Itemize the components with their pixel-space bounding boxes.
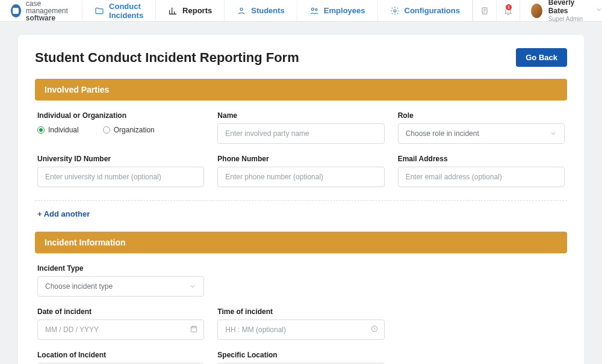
field-email: Email Address: [398, 155, 565, 187]
nav-label: Students: [251, 6, 285, 15]
page-title: Student Conduct Incident Reporting Form: [35, 50, 299, 66]
section-incident-info-header: Incident Information: [35, 232, 567, 253]
clipboard-button[interactable]: [473, 0, 496, 21]
topbar: case management software Conduct Inciden…: [0, 0, 602, 22]
field-incident-type: Incident Type Choose incident type: [37, 264, 204, 297]
label-time: Time of incident: [217, 307, 384, 316]
brand-icon: [11, 4, 21, 17]
brand-logo[interactable]: case management software: [0, 0, 82, 21]
field-date: Date of incident: [37, 307, 204, 340]
nav-label: Conduct Incidents: [109, 2, 143, 20]
gear-icon: [390, 6, 400, 16]
role-select-placeholder: Choose role in incident: [406, 129, 479, 138]
brand-text: case management software: [26, 0, 71, 22]
label-phone: Phone Number: [217, 155, 384, 163]
field-time: Time of incident: [217, 307, 384, 340]
nav-reports[interactable]: Reports: [156, 0, 225, 21]
student-icon: [237, 6, 246, 16]
nav-label: Employees: [324, 6, 365, 15]
incident-type-placeholder: Choose incident type: [45, 282, 113, 291]
svg-point-2: [315, 8, 317, 10]
label-name: Name: [217, 111, 384, 120]
svg-point-1: [311, 8, 314, 10]
label-date: Date of incident: [37, 307, 204, 316]
field-role: Role Choose role in incident: [398, 111, 565, 144]
label-incident-type: Incident Type: [37, 264, 204, 273]
radio-dot-icon: [103, 126, 110, 134]
role-select[interactable]: Choose role in incident: [398, 123, 565, 144]
clock-icon: [370, 325, 379, 335]
field-phone: Phone Number: [217, 155, 384, 187]
label-email: Email Address: [398, 155, 565, 163]
field-location: Location of Incident Please select a loc…: [37, 351, 204, 364]
main-nav: Conduct Incidents Reports Students Emplo…: [82, 0, 473, 21]
nav-label: Configurations: [405, 6, 460, 15]
chevron-down-icon: [595, 6, 602, 15]
svg-point-3: [394, 10, 396, 12]
field-name: Name: [217, 111, 384, 144]
user-menu[interactable]: Beverly Bates Super Admin: [520, 0, 602, 21]
radio-organization[interactable]: Organization: [103, 126, 155, 134]
divider: [35, 200, 567, 201]
radio-dot-icon: [37, 126, 45, 134]
nav-students[interactable]: Students: [225, 0, 297, 21]
notification-badge: 1: [506, 4, 512, 10]
section-involved-parties-header: Involved Parties: [35, 79, 567, 100]
label-uid: University ID Number: [37, 155, 204, 163]
brand-line1: case management: [26, 0, 71, 14]
field-individual-or-org: Individual or Organization Individual Or…: [37, 111, 204, 144]
add-another-link[interactable]: + Add another: [35, 209, 567, 218]
topbar-right: 1 Beverly Bates Super Admin: [473, 0, 602, 21]
nav-label: Reports: [182, 6, 212, 15]
radio-organization-label: Organization: [114, 126, 155, 134]
chart-icon: [168, 6, 178, 16]
calendar-icon: [190, 325, 198, 335]
label-location: Location of Incident: [37, 351, 204, 359]
email-input[interactable]: [398, 167, 565, 187]
phone-input[interactable]: [217, 167, 384, 187]
avatar: [531, 4, 542, 18]
radio-individual[interactable]: Individual: [37, 126, 79, 134]
chevron-down-icon: [189, 283, 196, 290]
incident-info-grid: Incident Type Choose incident type Date …: [35, 264, 567, 364]
field-specific-location: Specific Location Enter specific locatio…: [217, 351, 384, 364]
user-role: Super Admin: [548, 16, 586, 23]
go-back-button[interactable]: Go Back: [516, 48, 567, 67]
svg-rect-5: [191, 326, 197, 332]
folder-icon: [95, 6, 104, 16]
notifications-button[interactable]: 1: [496, 0, 520, 21]
nav-employees[interactable]: Employees: [297, 0, 378, 21]
employee-icon: [309, 6, 319, 16]
incident-type-select[interactable]: Choose incident type: [37, 276, 204, 297]
name-input[interactable]: [217, 123, 384, 144]
nav-configurations[interactable]: Configurations: [378, 0, 473, 21]
label-individual-or-org: Individual or Organization: [37, 111, 204, 120]
date-input[interactable]: [37, 319, 204, 340]
label-role: Role: [398, 111, 565, 120]
page-header: Student Conduct Incident Reporting Form …: [35, 48, 567, 67]
field-uid: University ID Number: [37, 155, 204, 187]
label-specific-location: Specific Location: [217, 351, 384, 359]
radio-individual-label: Individual: [48, 126, 79, 134]
user-name: Beverly Bates: [548, 0, 586, 16]
uid-input[interactable]: [37, 167, 204, 187]
brand-line2: software: [26, 14, 71, 22]
radio-group-type: Individual Organization: [37, 123, 204, 134]
nav-conduct-incidents[interactable]: Conduct Incidents: [82, 0, 156, 21]
svg-point-0: [240, 8, 243, 10]
page-card: Student Conduct Incident Reporting Form …: [18, 35, 584, 364]
involved-parties-grid: Individual or Organization Individual Or…: [35, 111, 567, 187]
time-input[interactable]: [217, 319, 384, 340]
chevron-down-icon: [550, 130, 557, 137]
